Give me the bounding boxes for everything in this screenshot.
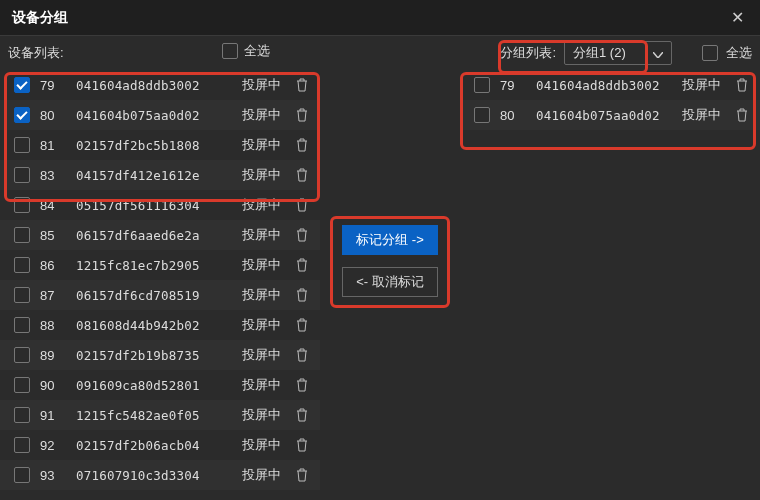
table-row[interactable]: 80041604b075aa0d02投屏中: [0, 100, 320, 130]
row-checkbox[interactable]: [14, 137, 30, 153]
device-list-label: 设备列表:: [8, 44, 64, 62]
trash-icon[interactable]: [296, 168, 312, 182]
row-number: 88: [40, 318, 66, 333]
row-device-id: 02157df2b19b8735: [76, 348, 232, 363]
device-list: 79041604ad8ddb3002投屏中80041604b075aa0d02投…: [0, 70, 320, 500]
row-checkbox[interactable]: [14, 287, 30, 303]
row-number: 91: [40, 408, 66, 423]
row-status: 投屏中: [242, 106, 286, 124]
row-device-id: 071607910c3d3304: [76, 468, 232, 483]
row-number: 86: [40, 258, 66, 273]
row-status: 投屏中: [242, 406, 286, 424]
row-checkbox[interactable]: [14, 437, 30, 453]
table-row[interactable]: 911215fc5482ae0f05投屏中: [0, 400, 320, 430]
row-number: 89: [40, 348, 66, 363]
row-number: 93: [40, 468, 66, 483]
row-status: 投屏中: [682, 106, 726, 124]
table-row[interactable]: 79041604ad8ddb3002投屏中: [0, 70, 320, 100]
window-title: 设备分组: [12, 9, 68, 27]
titlebar: 设备分组 ✕: [0, 0, 760, 36]
trash-icon[interactable]: [736, 108, 752, 122]
trash-icon[interactable]: [296, 468, 312, 482]
row-number: 87: [40, 288, 66, 303]
row-number: 81: [40, 138, 66, 153]
right-selectall-checkbox[interactable]: [702, 45, 718, 61]
row-checkbox[interactable]: [474, 77, 490, 93]
trash-icon[interactable]: [736, 78, 752, 92]
table-row[interactable]: 79041604ad8ddb3002投屏中: [460, 70, 760, 100]
row-device-id: 041604ad8ddb3002: [536, 78, 672, 93]
row-checkbox[interactable]: [474, 107, 490, 123]
row-device-id: 041604b075aa0d02: [536, 108, 672, 123]
row-status: 投屏中: [242, 316, 286, 334]
row-status: 投屏中: [242, 196, 286, 214]
row-checkbox[interactable]: [14, 107, 30, 123]
row-device-id: 06157df6aaed6e2a: [76, 228, 232, 243]
row-checkbox[interactable]: [14, 317, 30, 333]
trash-icon[interactable]: [296, 198, 312, 212]
unmark-group-button[interactable]: <- 取消标记: [342, 267, 438, 297]
row-status: 投屏中: [682, 76, 726, 94]
table-row[interactable]: 861215fc81ec7b2905投屏中: [0, 250, 320, 280]
toolbar: 设备列表: 全选 分组列表: 分组1 (2) 全选: [0, 36, 760, 70]
row-status: 投屏中: [242, 466, 286, 484]
row-number: 83: [40, 168, 66, 183]
trash-icon[interactable]: [296, 288, 312, 302]
row-device-id: 02157df2b06acb04: [76, 438, 232, 453]
row-checkbox[interactable]: [14, 377, 30, 393]
row-checkbox[interactable]: [14, 257, 30, 273]
table-row[interactable]: 9202157df2b06acb04投屏中: [0, 430, 320, 460]
row-status: 投屏中: [242, 436, 286, 454]
row-checkbox[interactable]: [14, 467, 30, 483]
row-checkbox[interactable]: [14, 167, 30, 183]
row-device-id: 02157df2bc5b1808: [76, 138, 232, 153]
row-checkbox[interactable]: [14, 227, 30, 243]
row-number: 79: [500, 78, 526, 93]
row-checkbox[interactable]: [14, 347, 30, 363]
row-number: 84: [40, 198, 66, 213]
mark-group-button[interactable]: 标记分组 ->: [342, 225, 438, 255]
table-row[interactable]: 8405157df561116304投屏中: [0, 190, 320, 220]
row-device-id: 091609ca80d52801: [76, 378, 232, 393]
trash-icon[interactable]: [296, 228, 312, 242]
chevron-down-icon: [653, 46, 663, 61]
table-row[interactable]: 8706157df6cd708519投屏中: [0, 280, 320, 310]
row-device-id: 06157df6cd708519: [76, 288, 232, 303]
trash-icon[interactable]: [296, 108, 312, 122]
row-device-id: 05157df561116304: [76, 198, 232, 213]
row-checkbox[interactable]: [14, 77, 30, 93]
row-status: 投屏中: [242, 166, 286, 184]
trash-icon[interactable]: [296, 378, 312, 392]
row-checkbox[interactable]: [14, 197, 30, 213]
table-row[interactable]: 8102157df2bc5b1808投屏中: [0, 130, 320, 160]
row-number: 92: [40, 438, 66, 453]
trash-icon[interactable]: [296, 438, 312, 452]
trash-icon[interactable]: [296, 318, 312, 332]
row-status: 投屏中: [242, 226, 286, 244]
close-icon[interactable]: ✕: [727, 4, 748, 31]
group-list-label: 分组列表:: [500, 44, 556, 62]
left-selectall-checkbox[interactable]: [222, 43, 238, 59]
trash-icon[interactable]: [296, 258, 312, 272]
table-row[interactable]: 93071607910c3d3304投屏中: [0, 460, 320, 490]
trash-icon[interactable]: [296, 408, 312, 422]
trash-icon[interactable]: [296, 138, 312, 152]
row-status: 投屏中: [242, 136, 286, 154]
row-device-id: 041604b075aa0d02: [76, 108, 232, 123]
trash-icon[interactable]: [296, 78, 312, 92]
row-device-id: 081608d44b942b02: [76, 318, 232, 333]
row-checkbox[interactable]: [14, 407, 30, 423]
table-row[interactable]: 8304157df412e1612e投屏中: [0, 160, 320, 190]
group-member-list: 79041604ad8ddb3002投屏中80041604b075aa0d02投…: [460, 70, 760, 500]
table-row[interactable]: 88081608d44b942b02投屏中: [0, 310, 320, 340]
row-number: 80: [40, 108, 66, 123]
row-device-id: 1215fc81ec7b2905: [76, 258, 232, 273]
table-row[interactable]: 80041604b075aa0d02投屏中: [460, 100, 760, 130]
table-row[interactable]: 8506157df6aaed6e2a投屏中: [0, 220, 320, 250]
table-row[interactable]: 8902157df2b19b8735投屏中: [0, 340, 320, 370]
group-select-value: 分组1 (2): [573, 44, 626, 62]
trash-icon[interactable]: [296, 348, 312, 362]
left-selectall-label: 全选: [244, 42, 270, 60]
table-row[interactable]: 90091609ca80d52801投屏中: [0, 370, 320, 400]
group-select[interactable]: 分组1 (2): [564, 41, 672, 65]
